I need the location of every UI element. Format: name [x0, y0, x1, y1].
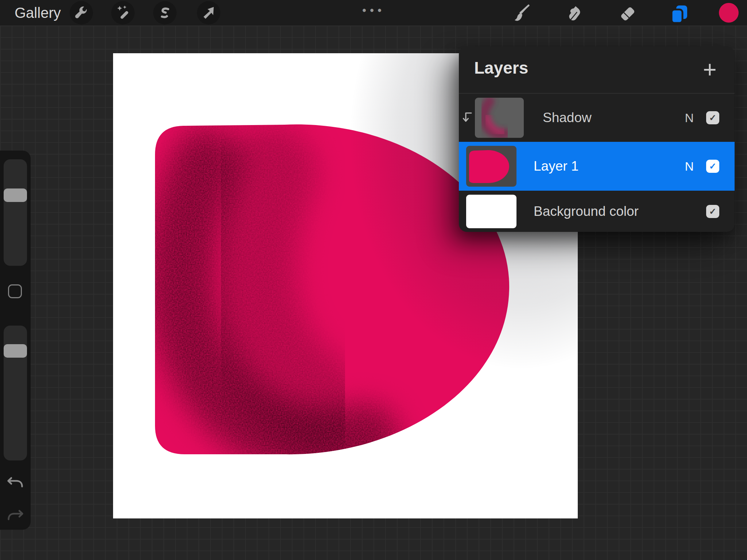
clipping-mask-icon — [461, 110, 474, 125]
brush-size-slider[interactable] — [4, 159, 27, 266]
layers-panel-title: Layers — [474, 58, 528, 78]
layer-name[interactable]: Background color — [534, 191, 639, 232]
layer-visibility-checkbox[interactable]: ✓ — [706, 111, 719, 124]
sidebar-controls — [0, 151, 31, 530]
paint-brush-button[interactable] — [511, 4, 532, 24]
brush-size-handle[interactable] — [4, 188, 27, 202]
layers-button-active[interactable] — [669, 4, 689, 24]
blend-mode-button[interactable]: N — [685, 94, 694, 142]
modify-button[interactable] — [8, 284, 22, 298]
top-toolbar: Gallery ●●● — [0, 0, 747, 26]
layer-name[interactable]: Shadow — [543, 94, 592, 142]
eraser-icon — [618, 4, 637, 23]
layer-thumbnail-background[interactable] — [466, 195, 516, 228]
layer-name[interactable]: Layer 1 — [534, 142, 578, 191]
color-swatch-button[interactable] — [719, 3, 739, 23]
layers-icon — [669, 4, 689, 24]
layers-panel-header: Layers + — [459, 46, 735, 94]
smudge-icon — [565, 4, 584, 23]
layer-row-layer1-selected[interactable]: Layer 1 N ✓ — [459, 142, 735, 191]
eraser-button[interactable] — [618, 4, 638, 24]
smudge-button[interactable] — [564, 4, 584, 24]
layer-visibility-checkbox[interactable]: ✓ — [706, 160, 719, 173]
layer-row-shadow[interactable]: Shadow N ✓ — [459, 94, 735, 142]
layer-thumbnail-layer1[interactable] — [466, 146, 516, 187]
opacity-handle[interactable] — [4, 344, 27, 358]
layer-row-background-color[interactable]: Background color ✓ — [459, 191, 735, 232]
blend-mode-button[interactable]: N — [685, 142, 694, 191]
paint-brush-icon — [512, 4, 531, 23]
layer-thumbnail-shadow[interactable] — [475, 98, 524, 138]
undo-icon[interactable] — [7, 472, 24, 489]
procreate-app: Layers + Shadow N ✓ — [0, 0, 747, 560]
add-layer-button[interactable]: + — [698, 54, 721, 85]
redo-icon[interactable] — [7, 505, 24, 522]
layer-visibility-checkbox[interactable]: ✓ — [706, 205, 719, 218]
layers-panel: Layers + Shadow N ✓ — [459, 46, 735, 232]
